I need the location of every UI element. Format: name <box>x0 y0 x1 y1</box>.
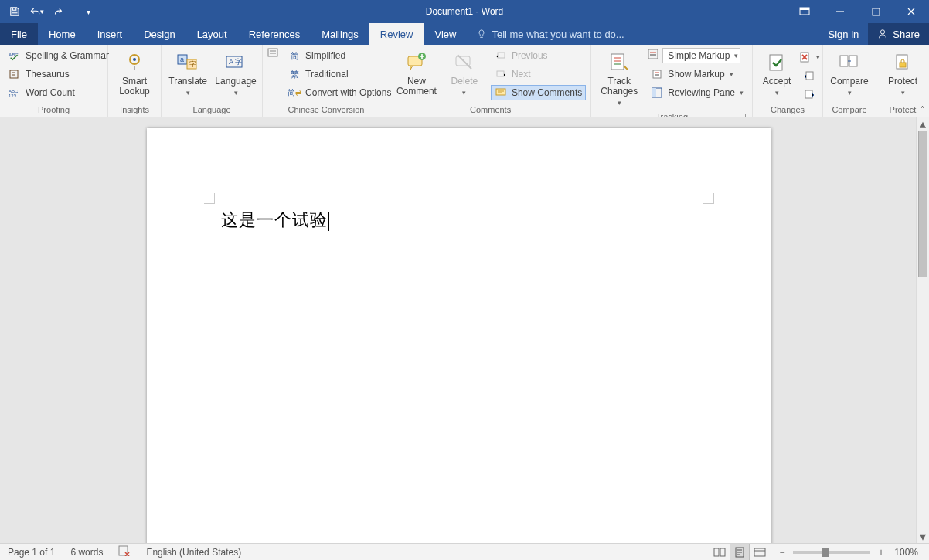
spelling-grammar-button[interactable]: ABC Spelling & Grammar <box>5 48 113 63</box>
accept-button[interactable]: Accept ▾ <box>757 48 796 100</box>
maximize-button[interactable] <box>858 0 893 23</box>
redo-icon <box>53 6 63 17</box>
traditional-button[interactable]: 繁 Traditional <box>284 66 395 82</box>
group-label-changes: Changes <box>757 104 818 117</box>
close-button[interactable] <box>893 0 929 23</box>
previous-comment-button[interactable]: Previous <box>491 48 586 63</box>
tab-home[interactable]: Home <box>38 23 87 45</box>
track-changes-button[interactable]: Track Changes ▾ <box>596 48 642 110</box>
save-button[interactable] <box>6 3 23 20</box>
scroll-up-button[interactable]: ▴ <box>917 117 929 131</box>
simplified-button[interactable]: 简 Simplified <box>284 48 395 63</box>
smart-lookup-label: Smart Lookup <box>119 76 149 97</box>
scroll-thumb[interactable] <box>918 131 927 277</box>
svg-point-9 <box>133 58 136 61</box>
next-comment-label: Next <box>512 69 531 80</box>
document-body[interactable]: 这是一个试验 <box>221 209 329 232</box>
view-print-layout-button[interactable] <box>730 544 750 560</box>
new-comment-button[interactable]: New Comment <box>395 48 438 99</box>
display-for-review-combo[interactable]: Simple Markup ▾ <box>662 48 740 63</box>
tell-me[interactable] <box>467 23 662 45</box>
reject-icon <box>799 51 812 63</box>
compare-button[interactable]: Compare ▾ <box>828 48 871 100</box>
previous-change-icon <box>803 70 815 82</box>
page[interactable]: 这是一个试验 <box>147 128 771 543</box>
show-comments-icon <box>495 87 507 99</box>
status-word-count[interactable]: 6 words <box>63 547 111 558</box>
reviewing-pane-button[interactable]: Reviewing Pane ▾ <box>647 85 747 100</box>
reject-button[interactable]: ▾ <box>801 49 818 65</box>
share-button[interactable]: Share <box>868 23 929 45</box>
quick-access-toolbar: ▾ ▾ <box>0 0 97 23</box>
zoom-value[interactable]: 100% <box>892 547 923 558</box>
tab-insert[interactable]: Insert <box>87 23 134 45</box>
minimize-button[interactable] <box>822 0 858 23</box>
zoom-control: − + 100% <box>770 547 929 558</box>
translate-button[interactable]: a字 Translate ▾ <box>166 48 209 100</box>
word-count-button[interactable]: ABC123 Word Count <box>5 85 113 100</box>
next-change-button[interactable] <box>801 87 818 102</box>
smart-lookup-icon <box>122 50 147 75</box>
status-language[interactable]: English (United States) <box>138 547 249 558</box>
show-comments-button[interactable]: Show Comments <box>491 85 586 100</box>
show-markup-button[interactable]: Show Markup ▾ <box>647 66 747 82</box>
tab-layout[interactable]: Layout <box>186 23 238 45</box>
language-button[interactable]: A字 Language ▾ <box>214 48 257 100</box>
document-area: 这是一个试验 ▴ ▾ <box>0 117 929 543</box>
update-ime-button[interactable] <box>267 48 280 61</box>
delete-comment-label: Delete <box>451 76 478 87</box>
compare-label: Compare <box>830 76 868 87</box>
show-markup-icon <box>651 68 663 80</box>
status-page[interactable]: Page 1 of 1 <box>0 547 63 558</box>
tab-design[interactable]: Design <box>133 23 185 45</box>
tab-review[interactable]: Review <box>369 23 424 45</box>
zoom-slider[interactable] <box>793 551 870 554</box>
sign-in-button[interactable]: Sign in <box>819 23 869 45</box>
svg-rect-29 <box>770 55 782 70</box>
svg-text:123: 123 <box>9 93 17 98</box>
zoom-out-button[interactable]: − <box>776 547 788 558</box>
reviewing-pane-icon <box>651 87 663 99</box>
svg-rect-2 <box>873 8 880 15</box>
tab-file[interactable]: File <box>0 23 38 45</box>
reviewing-pane-label: Reviewing Pane <box>668 87 735 98</box>
chevron-down-icon: ▾ <box>462 88 466 98</box>
tell-me-input[interactable] <box>492 29 662 40</box>
chevron-down-icon: ▾ <box>730 70 733 78</box>
convert-with-options-button[interactable]: 简⇄ Convert with Options <box>284 85 395 100</box>
redo-button[interactable] <box>49 3 66 20</box>
tab-references[interactable]: References <box>238 23 311 45</box>
convert-options-icon: 简⇄ <box>288 87 301 99</box>
group-label-chinese: Chinese Conversion <box>267 104 385 117</box>
show-markup-label: Show Markup <box>668 69 724 80</box>
zoom-in-button[interactable]: + <box>875 547 887 558</box>
compare-icon <box>837 50 862 75</box>
tab-mailings[interactable]: Mailings <box>311 23 369 45</box>
smart-lookup-button[interactable]: Smart Lookup <box>113 48 156 99</box>
ribbon-display-options-button[interactable] <box>787 0 822 23</box>
next-comment-button[interactable]: Next <box>491 66 586 82</box>
view-read-mode-button[interactable] <box>710 544 730 560</box>
svg-text:A: A <box>229 58 233 66</box>
qat-customize-button[interactable]: ▾ <box>80 3 97 20</box>
scroll-down-button[interactable]: ▾ <box>917 530 929 543</box>
protect-button[interactable]: Protect ▾ <box>881 48 924 100</box>
zoom-slider-knob[interactable] <box>822 548 829 557</box>
undo-button[interactable]: ▾ <box>28 3 45 20</box>
previous-change-button[interactable] <box>801 68 818 83</box>
view-web-layout-button[interactable] <box>750 544 770 560</box>
chevron-down-icon: ▾ <box>901 88 905 98</box>
svg-rect-22 <box>497 71 504 76</box>
delete-comment-button[interactable]: Delete ▾ <box>443 48 486 100</box>
next-change-icon <box>803 88 815 100</box>
svg-rect-31 <box>806 72 813 80</box>
simplified-label: Simplified <box>305 50 345 61</box>
language-icon: A字 <box>223 50 248 75</box>
thesaurus-button[interactable]: Thesaurus <box>5 66 113 82</box>
svg-rect-33 <box>840 56 848 66</box>
vertical-scrollbar[interactable]: ▴ ▾ <box>916 117 929 543</box>
status-proofing[interactable] <box>111 545 138 558</box>
spellcheck-icon: ABC <box>9 49 21 62</box>
tab-view[interactable]: View <box>424 23 467 45</box>
collapse-ribbon-button[interactable]: ˄ <box>920 105 924 114</box>
